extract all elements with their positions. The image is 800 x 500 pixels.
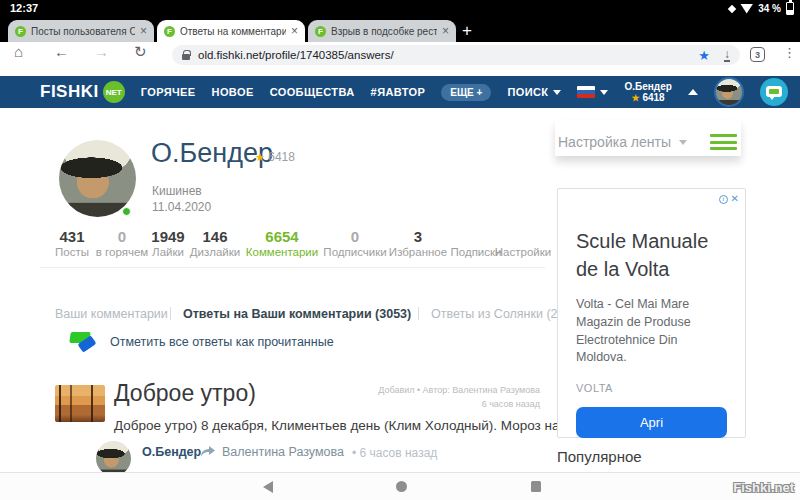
logo-net-badge: NET <box>103 81 125 103</box>
ad-body: Volta - Cel Mai Mare Magazin de Produse … <box>576 296 727 367</box>
online-status-dot <box>122 207 131 216</box>
forward-icon[interactable]: → <box>94 43 109 60</box>
browser-tab-2-active[interactable]: F Ответы на комментарии О × <box>157 20 305 42</box>
site-header: FISHKI NET ГОРЯЧЕЕ НОВОЕ СООБЩЕСТВА #ЯАВ… <box>0 76 800 108</box>
comment-author-link[interactable]: О.Бендер <box>142 445 201 459</box>
reply-arrow-icon <box>200 445 216 458</box>
comment-avatar[interactable] <box>96 441 131 472</box>
android-back-icon[interactable] <box>263 481 273 493</box>
close-tab-icon[interactable]: × <box>442 25 449 37</box>
fishki-logo[interactable]: FISHKI NET <box>40 81 125 103</box>
feed-settings-dropdown[interactable]: Настройка ленты <box>558 134 687 150</box>
search-menu[interactable]: ПОИСК <box>507 86 561 98</box>
stat-settings[interactable]: Настройки <box>495 228 551 258</box>
url-text[interactable]: old.fishki.net/profile/1740385/answers/ <box>198 49 394 61</box>
chevron-up-icon[interactable] <box>688 89 698 95</box>
stat-hot[interactable]: 0 в горячем <box>96 228 148 258</box>
article-thumbnail[interactable] <box>55 385 105 422</box>
messages-button[interactable] <box>760 78 788 106</box>
battery-icon <box>786 2 794 15</box>
chevron-down-icon <box>600 90 608 95</box>
nav-new[interactable]: НОВОЕ <box>212 86 254 98</box>
browser-toolbar: ⌂ ← → ↻ old.fishki.net/profile/1740385/a… <box>0 42 800 68</box>
divider <box>418 307 419 320</box>
reply-target-link[interactable]: Валентина Разумова <box>222 445 344 459</box>
android-status-bar: 12:37 34 % <box>0 0 800 17</box>
tab-replies-to-comments[interactable]: Ответы на Ваши комментарии (3053) <box>183 307 411 321</box>
stat-likes[interactable]: 1949 Лайки <box>151 228 184 258</box>
menu-hamburger-icon[interactable] <box>710 134 737 154</box>
ad-choices-controls[interactable]: i ✕ <box>719 194 739 204</box>
nav-author[interactable]: #ЯАВТОР <box>371 86 426 98</box>
ad-info-icon[interactable]: i <box>719 195 728 204</box>
address-bar[interactable]: old.fishki.net/profile/1740385/answers/ … <box>172 45 740 65</box>
tab-your-comments[interactable]: Ваши комментарии <box>55 307 168 321</box>
ad-close-icon[interactable]: ✕ <box>731 194 739 204</box>
article-meta: Добавил • Автор: Валентина Разумова 6 ча… <box>340 384 540 411</box>
divider <box>170 307 171 320</box>
home-icon[interactable]: ⌂ <box>14 43 23 60</box>
browser-tab-strip: F Посты пользователя О.Бен × F Ответы на… <box>0 17 800 42</box>
mark-all-read-button[interactable]: Отметить все ответы как прочитанные <box>70 331 334 353</box>
page-content: FISHKI NET ГОРЯЧЕЕ НОВОЕ СООБЩЕСТВА #ЯАВ… <box>0 68 800 472</box>
wifi-icon <box>740 4 753 14</box>
ad-cta-button[interactable]: Apri <box>576 407 727 438</box>
comment-timestamp: • 6 часов назад <box>352 446 437 460</box>
stat-posts[interactable]: 431 Посты <box>55 228 89 258</box>
stat-comments-active[interactable]: 6654 Комментарии <box>246 228 318 258</box>
mark-read-icon <box>70 331 100 353</box>
header-avatar[interactable] <box>714 77 744 107</box>
star-icon: ★ <box>255 151 265 163</box>
star-icon: ★ <box>632 93 640 103</box>
russia-flag-icon <box>577 86 595 98</box>
chevron-down-icon <box>679 140 687 145</box>
ad-title[interactable]: Scule Manuale de la Volta <box>576 227 727 283</box>
profile-rating: ★ 6418 <box>255 150 295 164</box>
article-excerpt: Доброе утро) 8 декабря, Климентьев день … <box>114 418 571 433</box>
advertisement-card[interactable]: i ✕ Scule Manuale de la Volta Volta - Ce… <box>557 188 746 438</box>
chevron-down-icon <box>553 90 561 95</box>
browser-tab-3[interactable]: F Взрыв в подсобке рестора × <box>308 20 456 42</box>
close-tab-icon[interactable]: × <box>140 25 147 37</box>
reload-icon[interactable]: ↻ <box>134 43 147 61</box>
fishki-favicon: F <box>164 26 175 37</box>
android-recents-icon[interactable] <box>531 481 541 492</box>
stat-favorites[interactable]: 3 Избранное <box>389 228 447 258</box>
status-indicator-icon <box>728 4 736 12</box>
clock: 12:37 <box>10 2 38 14</box>
profile-join-date: 11.04.2020 <box>152 200 211 214</box>
profile-city: Кишинев <box>152 184 202 198</box>
bookmark-star-icon[interactable]: ★ <box>698 48 710 63</box>
tab-title: Ответы на комментарии О <box>180 26 286 37</box>
browser-tab-1[interactable]: F Посты пользователя О.Бен × <box>8 20 154 42</box>
divider <box>40 267 545 268</box>
tab-count-button[interactable]: 3 <box>750 47 765 62</box>
browser-menu-icon[interactable]: ⋮ <box>783 45 796 60</box>
language-selector[interactable] <box>577 86 608 98</box>
header-user-info[interactable]: О.Бендер ★ 6418 <box>624 81 671 103</box>
android-home-icon[interactable] <box>396 481 407 492</box>
nav-communities[interactable]: СООБЩЕСТВА <box>270 86 355 98</box>
tab-solyanka-replies[interactable]: Ответы из Солянки (248) <box>431 307 576 321</box>
profile-avatar[interactable] <box>59 140 136 217</box>
nav-more-button[interactable]: ЕЩЕ + <box>441 84 491 101</box>
fishki-watermark: Fishki.net <box>733 480 794 495</box>
download-icon[interactable]: ↓ <box>724 48 730 62</box>
ad-advertiser: VOLTA <box>576 382 727 394</box>
stat-subscribers[interactable]: 0 Подписчики <box>323 228 386 258</box>
fishki-favicon: F <box>15 26 26 37</box>
new-tab-button[interactable]: + <box>462 21 472 41</box>
close-tab-icon[interactable]: × <box>291 25 298 37</box>
tab-title: Взрыв в подсобке рестора <box>331 26 437 37</box>
popular-section-title: Популярное <box>557 448 642 465</box>
back-icon[interactable]: ← <box>54 43 69 60</box>
chat-bubble-icon <box>766 86 782 97</box>
fishki-favicon: F <box>315 26 326 37</box>
android-nav-bar: Fishki.net <box>0 472 800 500</box>
battery-percent: 34 % <box>758 3 781 14</box>
stat-dislikes[interactable]: 146 Дизлайки <box>190 228 240 258</box>
article-title[interactable]: Доброе утро) <box>114 380 256 407</box>
nav-hot[interactable]: ГОРЯЧЕЕ <box>141 86 196 98</box>
tab-title: Посты пользователя О.Бен <box>31 26 135 37</box>
lock-icon <box>182 54 190 60</box>
